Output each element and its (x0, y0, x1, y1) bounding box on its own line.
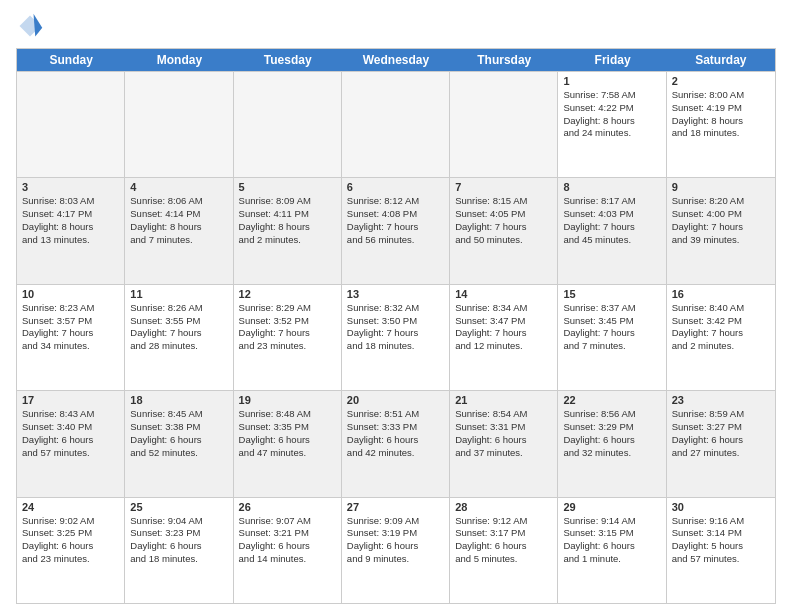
calendar-cell (17, 72, 125, 177)
day-info: Sunrise: 7:58 AM Sunset: 4:22 PM Dayligh… (563, 89, 660, 140)
calendar-row-3: 17Sunrise: 8:43 AM Sunset: 3:40 PM Dayli… (17, 390, 775, 496)
calendar-cell: 21Sunrise: 8:54 AM Sunset: 3:31 PM Dayli… (450, 391, 558, 496)
day-number: 18 (130, 394, 227, 406)
day-number: 11 (130, 288, 227, 300)
day-info: Sunrise: 8:03 AM Sunset: 4:17 PM Dayligh… (22, 195, 119, 246)
day-info: Sunrise: 8:48 AM Sunset: 3:35 PM Dayligh… (239, 408, 336, 459)
calendar-cell: 7Sunrise: 8:15 AM Sunset: 4:05 PM Daylig… (450, 178, 558, 283)
header-day-tuesday: Tuesday (234, 49, 342, 71)
day-number: 22 (563, 394, 660, 406)
calendar-cell: 23Sunrise: 8:59 AM Sunset: 3:27 PM Dayli… (667, 391, 775, 496)
day-info: Sunrise: 8:32 AM Sunset: 3:50 PM Dayligh… (347, 302, 444, 353)
day-number: 6 (347, 181, 444, 193)
svg-marker-2 (34, 14, 43, 37)
calendar-cell: 20Sunrise: 8:51 AM Sunset: 3:33 PM Dayli… (342, 391, 450, 496)
day-info: Sunrise: 9:04 AM Sunset: 3:23 PM Dayligh… (130, 515, 227, 566)
calendar-cell: 26Sunrise: 9:07 AM Sunset: 3:21 PM Dayli… (234, 498, 342, 603)
calendar-header: SundayMondayTuesdayWednesdayThursdayFrid… (17, 49, 775, 71)
day-info: Sunrise: 8:59 AM Sunset: 3:27 PM Dayligh… (672, 408, 770, 459)
day-number: 20 (347, 394, 444, 406)
calendar-cell: 18Sunrise: 8:45 AM Sunset: 3:38 PM Dayli… (125, 391, 233, 496)
header-day-friday: Friday (558, 49, 666, 71)
day-number: 21 (455, 394, 552, 406)
day-number: 19 (239, 394, 336, 406)
day-number: 10 (22, 288, 119, 300)
day-number: 12 (239, 288, 336, 300)
calendar: SundayMondayTuesdayWednesdayThursdayFrid… (16, 48, 776, 604)
header-day-saturday: Saturday (667, 49, 775, 71)
calendar-cell: 12Sunrise: 8:29 AM Sunset: 3:52 PM Dayli… (234, 285, 342, 390)
calendar-cell: 25Sunrise: 9:04 AM Sunset: 3:23 PM Dayli… (125, 498, 233, 603)
header-day-sunday: Sunday (17, 49, 125, 71)
day-info: Sunrise: 8:54 AM Sunset: 3:31 PM Dayligh… (455, 408, 552, 459)
calendar-cell: 22Sunrise: 8:56 AM Sunset: 3:29 PM Dayli… (558, 391, 666, 496)
calendar-cell: 4Sunrise: 8:06 AM Sunset: 4:14 PM Daylig… (125, 178, 233, 283)
day-info: Sunrise: 8:23 AM Sunset: 3:57 PM Dayligh… (22, 302, 119, 353)
day-info: Sunrise: 9:07 AM Sunset: 3:21 PM Dayligh… (239, 515, 336, 566)
calendar-row-1: 3Sunrise: 8:03 AM Sunset: 4:17 PM Daylig… (17, 177, 775, 283)
header-day-monday: Monday (125, 49, 233, 71)
day-info: Sunrise: 8:51 AM Sunset: 3:33 PM Dayligh… (347, 408, 444, 459)
calendar-cell (234, 72, 342, 177)
calendar-cell (125, 72, 233, 177)
day-number: 2 (672, 75, 770, 87)
day-number: 27 (347, 501, 444, 513)
day-info: Sunrise: 8:56 AM Sunset: 3:29 PM Dayligh… (563, 408, 660, 459)
day-number: 3 (22, 181, 119, 193)
day-number: 25 (130, 501, 227, 513)
day-info: Sunrise: 8:15 AM Sunset: 4:05 PM Dayligh… (455, 195, 552, 246)
day-number: 14 (455, 288, 552, 300)
day-number: 16 (672, 288, 770, 300)
calendar-cell: 17Sunrise: 8:43 AM Sunset: 3:40 PM Dayli… (17, 391, 125, 496)
calendar-cell (450, 72, 558, 177)
day-number: 9 (672, 181, 770, 193)
header-day-thursday: Thursday (450, 49, 558, 71)
day-number: 23 (672, 394, 770, 406)
calendar-cell: 13Sunrise: 8:32 AM Sunset: 3:50 PM Dayli… (342, 285, 450, 390)
calendar-cell: 9Sunrise: 8:20 AM Sunset: 4:00 PM Daylig… (667, 178, 775, 283)
calendar-cell: 16Sunrise: 8:40 AM Sunset: 3:42 PM Dayli… (667, 285, 775, 390)
calendar-cell: 15Sunrise: 8:37 AM Sunset: 3:45 PM Dayli… (558, 285, 666, 390)
day-number: 13 (347, 288, 444, 300)
day-number: 30 (672, 501, 770, 513)
day-info: Sunrise: 8:00 AM Sunset: 4:19 PM Dayligh… (672, 89, 770, 140)
day-number: 15 (563, 288, 660, 300)
calendar-cell: 10Sunrise: 8:23 AM Sunset: 3:57 PM Dayli… (17, 285, 125, 390)
day-number: 7 (455, 181, 552, 193)
calendar-row-0: 1Sunrise: 7:58 AM Sunset: 4:22 PM Daylig… (17, 71, 775, 177)
calendar-cell: 1Sunrise: 7:58 AM Sunset: 4:22 PM Daylig… (558, 72, 666, 177)
day-number: 29 (563, 501, 660, 513)
day-number: 1 (563, 75, 660, 87)
day-info: Sunrise: 8:43 AM Sunset: 3:40 PM Dayligh… (22, 408, 119, 459)
day-number: 4 (130, 181, 227, 193)
day-info: Sunrise: 9:16 AM Sunset: 3:14 PM Dayligh… (672, 515, 770, 566)
day-info: Sunrise: 9:12 AM Sunset: 3:17 PM Dayligh… (455, 515, 552, 566)
day-info: Sunrise: 8:26 AM Sunset: 3:55 PM Dayligh… (130, 302, 227, 353)
day-number: 26 (239, 501, 336, 513)
calendar-cell: 30Sunrise: 9:16 AM Sunset: 3:14 PM Dayli… (667, 498, 775, 603)
calendar-body: 1Sunrise: 7:58 AM Sunset: 4:22 PM Daylig… (17, 71, 775, 603)
day-info: Sunrise: 8:06 AM Sunset: 4:14 PM Dayligh… (130, 195, 227, 246)
day-info: Sunrise: 8:34 AM Sunset: 3:47 PM Dayligh… (455, 302, 552, 353)
day-info: Sunrise: 8:17 AM Sunset: 4:03 PM Dayligh… (563, 195, 660, 246)
day-info: Sunrise: 8:29 AM Sunset: 3:52 PM Dayligh… (239, 302, 336, 353)
calendar-cell: 14Sunrise: 8:34 AM Sunset: 3:47 PM Dayli… (450, 285, 558, 390)
day-info: Sunrise: 9:14 AM Sunset: 3:15 PM Dayligh… (563, 515, 660, 566)
calendar-cell: 8Sunrise: 8:17 AM Sunset: 4:03 PM Daylig… (558, 178, 666, 283)
calendar-cell: 6Sunrise: 8:12 AM Sunset: 4:08 PM Daylig… (342, 178, 450, 283)
calendar-cell: 24Sunrise: 9:02 AM Sunset: 3:25 PM Dayli… (17, 498, 125, 603)
day-info: Sunrise: 8:45 AM Sunset: 3:38 PM Dayligh… (130, 408, 227, 459)
calendar-cell: 19Sunrise: 8:48 AM Sunset: 3:35 PM Dayli… (234, 391, 342, 496)
calendar-cell: 28Sunrise: 9:12 AM Sunset: 3:17 PM Dayli… (450, 498, 558, 603)
logo-icon (16, 12, 44, 40)
calendar-row-2: 10Sunrise: 8:23 AM Sunset: 3:57 PM Dayli… (17, 284, 775, 390)
calendar-cell: 27Sunrise: 9:09 AM Sunset: 3:19 PM Dayli… (342, 498, 450, 603)
day-info: Sunrise: 8:37 AM Sunset: 3:45 PM Dayligh… (563, 302, 660, 353)
calendar-cell: 29Sunrise: 9:14 AM Sunset: 3:15 PM Dayli… (558, 498, 666, 603)
day-info: Sunrise: 8:09 AM Sunset: 4:11 PM Dayligh… (239, 195, 336, 246)
day-info: Sunrise: 8:20 AM Sunset: 4:00 PM Dayligh… (672, 195, 770, 246)
calendar-cell (342, 72, 450, 177)
day-number: 8 (563, 181, 660, 193)
day-number: 24 (22, 501, 119, 513)
day-info: Sunrise: 8:40 AM Sunset: 3:42 PM Dayligh… (672, 302, 770, 353)
